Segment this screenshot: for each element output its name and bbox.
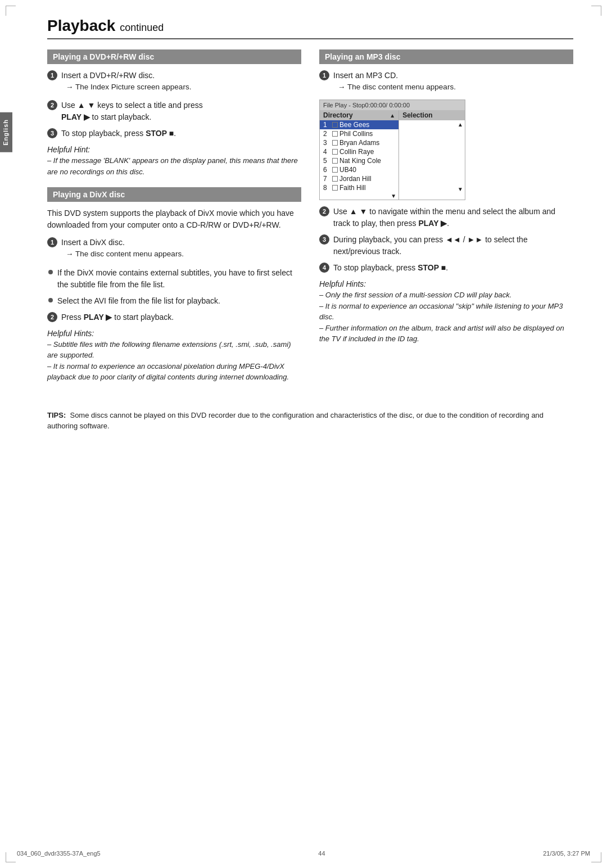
bullet-dot-2 (48, 298, 53, 302)
corner-mark-tl (6, 6, 16, 16)
mp3-step1: 1 Insert an MP3 CD. The disc content men… (319, 70, 573, 95)
mp3-step2-content: Use ▲ ▼ to navigate within the menu and … (333, 206, 573, 229)
footer: 034_060_dvdr3355-37A_eng5 44 21/3/05, 3:… (0, 850, 607, 857)
mp3-step4-content: To stop playback, press STOP ■. (333, 262, 573, 274)
mp3-step1-content: Insert an MP3 CD. The disc content menu … (333, 70, 573, 95)
language-tab: English (0, 112, 12, 152)
step-number-1: 1 (47, 70, 57, 80)
step-number-3: 3 (47, 128, 57, 138)
corner-mark-tr (591, 6, 601, 16)
page-wrapper: English Playback continued Playing a DVD… (0, 0, 607, 868)
mp3-step1-arrow: The disc content menu appears. (338, 82, 573, 93)
file-item-1: 1Bee Gees (320, 120, 398, 129)
play-label: PLAY ▶ (61, 112, 90, 121)
mp3-step-number-2: 2 (319, 206, 329, 216)
footer-center: 44 (318, 850, 325, 857)
divx-step1-content: Insert a DivX disc. The disc content men… (61, 237, 301, 262)
file-item-7: 7Jordan Hill (320, 174, 398, 183)
divx-hint-title: Helpful Hints: (47, 329, 301, 338)
bullet-dot-1 (48, 270, 53, 274)
divx-play-label: PLAY ▶ (84, 313, 112, 322)
step-number-2: 2 (47, 100, 57, 110)
dvd-step2: 2 Use ▲ ▼ keys to select a title and pre… (47, 100, 301, 123)
divx-bullet1-content: If the DivX movie contains external subt… (57, 267, 301, 291)
dvd-step1-content: Insert a DVD+R/+RW disc. The Index Pictu… (61, 70, 301, 95)
file-item-2: 2Phil Collins (320, 129, 398, 138)
mp3-step-number-4: 4 (319, 263, 329, 273)
divx-bullet2: Select the AVI file from the file list f… (48, 295, 301, 307)
file-item-5: 5Nat King Cole (320, 156, 398, 165)
dvd-step1-arrow: The Index Picture screen appears. (66, 82, 301, 93)
divx-step1-arrow: The disc content menu appears. (66, 248, 301, 260)
mp3-hint-body: – Only the first session of a multi-sess… (319, 290, 573, 345)
divx-step2-content: Press PLAY ▶ to start playback. (61, 311, 301, 323)
divx-step-number-1: 1 (47, 237, 57, 247)
tips-text: Some discs cannot be played on this DVD … (47, 411, 543, 431)
sel-scroll-down: ▼ (457, 186, 463, 192)
mp3-step3: 3 During playback, you can press ◄◄ / ►►… (319, 234, 573, 257)
mp3-step-number-3: 3 (319, 234, 329, 245)
file-item-8: 8Faith Hill (320, 183, 398, 192)
tips-label: TIPS: (47, 411, 66, 419)
mp3-step4: 4 To stop playback, press STOP ■. (319, 262, 573, 274)
divx-step-number-2: 2 (47, 312, 57, 322)
divx-hint-body: – Subtitle files with the following file… (47, 339, 301, 383)
left-column: Playing a DVD+R/+RW disc 1 Insert a DVD+… (47, 49, 301, 393)
mp3-stop-label: STOP ■ (418, 263, 446, 272)
mp3-step3-content: During playback, you can press ◄◄ / ►► t… (333, 234, 573, 257)
mp3-play-label: PLAY ▶ (418, 219, 447, 228)
file-display-directory: Directory ▲ 1Bee Gees 2Phil Collins 3Bry… (320, 110, 399, 200)
mp3-step2: 2 Use ▲ ▼ to navigate within the menu an… (319, 206, 573, 229)
divx-step1: 1 Insert a DivX disc. The disc content m… (47, 237, 301, 262)
dvd-helpful-hint: Helpful Hint: – If the message 'BLANK' a… (47, 145, 301, 177)
selection-scrollbar: ▲ ▼ (399, 120, 465, 193)
tips-section: TIPS: Some discs cannot be played on thi… (47, 410, 573, 432)
title-rule (47, 38, 573, 39)
footer-left: 034_060_dvdr3355-37A_eng5 (17, 850, 101, 857)
file-item-6: 6UB40 (320, 165, 398, 174)
divx-bullet2-content: Select the AVI file from the file list f… (57, 295, 301, 307)
dvd-step2-content: Use ▲ ▼ keys to select a title and press… (61, 100, 301, 123)
hint-title: Helpful Hint: (47, 145, 301, 154)
dvd-section: Playing a DVD+R/+RW disc 1 Insert a DVD+… (47, 49, 301, 177)
file-display-selection: Selection ▲ ▼ (399, 110, 465, 200)
divx-section: Playing a DivX disc This DVD system supp… (47, 187, 301, 382)
mp3-helpful-hints: Helpful Hints: – Only the first session … (319, 279, 573, 345)
dvd-step1: 1 Insert a DVD+R/+RW disc. The Index Pic… (47, 70, 301, 95)
directory-col-header: Directory ▲ (320, 110, 398, 120)
footer-right: 21/3/05, 3:27 PM (543, 850, 590, 857)
sel-scroll-up: ▲ (457, 121, 463, 128)
hint-body: – If the message 'BLANK' appears on the … (47, 155, 301, 177)
divx-section-header: Playing a DivX disc (47, 187, 301, 202)
scroll-down-dir: ▼ (320, 192, 398, 200)
scroll-up-arrow: ▲ (389, 112, 395, 119)
mp3-hint-title: Helpful Hints: (319, 279, 573, 288)
mp3-section-header: Playing an MP3 disc (319, 49, 573, 64)
file-display-cols: Directory ▲ 1Bee Gees 2Phil Collins 3Bry… (320, 110, 465, 200)
selection-col-header: Selection (399, 110, 465, 120)
divx-helpful-hints: Helpful Hints: – Subtitle files with the… (47, 329, 301, 383)
divx-intro: This DVD system supports the playback of… (47, 207, 301, 231)
stop-label: STOP ■ (146, 129, 174, 138)
dvd-step3: 3 To stop playback, press STOP ■. (47, 128, 301, 139)
divx-bullet1: If the DivX movie contains external subt… (48, 267, 301, 291)
file-item-4: 4Collin Raye (320, 147, 398, 156)
dvd-step3-content: To stop playback, press STOP ■. (61, 128, 301, 139)
file-display-header: File Play - Stop0:00:00/ 0:00:00 (320, 100, 465, 110)
dvd-section-header: Playing a DVD+R/+RW disc (47, 49, 301, 64)
mp3-step-number-1: 1 (319, 70, 329, 80)
two-col-layout: Playing a DVD+R/+RW disc 1 Insert a DVD+… (47, 49, 573, 393)
page-title: Playback continued (47, 17, 573, 35)
mp3-section: Playing an MP3 disc 1 Insert an MP3 CD. … (319, 49, 573, 345)
right-column: Playing an MP3 disc 1 Insert an MP3 CD. … (319, 49, 573, 393)
mp3-file-display: File Play - Stop0:00:00/ 0:00:00 Directo… (319, 100, 465, 200)
divx-step2: 2 Press PLAY ▶ to start playback. (47, 311, 301, 323)
file-item-3: 3Bryan Adams (320, 138, 398, 147)
